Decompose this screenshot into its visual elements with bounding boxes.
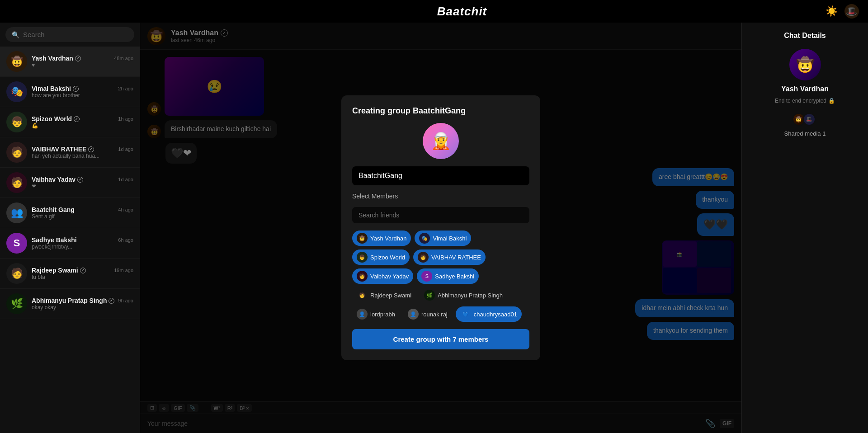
app-title: Baatchit xyxy=(437,5,487,19)
create-group-button[interactable]: Create group with 7 members xyxy=(352,329,529,349)
search-icon: 🔍 xyxy=(12,31,19,38)
main-layout: 🔍 🤠 Yash Vardhan ✓ 48m ago ♥ 🎭 Vimal Bak… xyxy=(0,23,868,433)
profile-icon[interactable]: 🎩 xyxy=(844,4,859,19)
chat-name: Baatchit Gang xyxy=(32,206,75,213)
member-chip[interactable]: 🧑Vaibhav Yadav xyxy=(352,268,413,284)
search-friends-input[interactable] xyxy=(352,207,529,223)
chat-time: 2h ago xyxy=(118,86,133,91)
modal-title: Creating group BaatchitGang xyxy=(352,106,529,116)
right-panel: Chat Details 🤠 Yash Vardhan End to end e… xyxy=(741,23,868,433)
member-name: Abhimanyu Pratap Singh xyxy=(438,292,503,299)
chat-name: Rajdeep Swami ✓ xyxy=(32,267,86,274)
chat-info: Vaibhav Yadav ✓ 1d ago ❤ xyxy=(32,176,133,189)
chat-info: Yash Vardhan ✓ 48m ago ♥ xyxy=(32,55,133,68)
chat-preview: Sent a gif xyxy=(32,213,133,220)
chat-item-baatchit-gang[interactable]: 👥 Baatchit Gang 4h ago Sent a gif xyxy=(0,198,140,228)
member-name: Rajdeep Swami xyxy=(370,292,411,299)
chat-preview: ❤ xyxy=(32,183,133,189)
chat-item-spizoo-world[interactable]: 👦 Spizoo World ✓ 1h ago 💪 xyxy=(0,107,140,137)
chat-name: Vimal Bakshi ✓ xyxy=(32,85,79,92)
panel-avatar: 🤠 xyxy=(789,49,821,80)
shared-avatars: 🤠 🎩 xyxy=(795,113,816,126)
shared-avatar-2: 🎩 xyxy=(803,113,816,126)
panel-encrypted: End to end encrypted 🔒 xyxy=(775,98,835,104)
chat-info: VAIBHAV RATHEE ✓ 1d ago han yeh actually… xyxy=(32,146,133,159)
lock-icon: 🔒 xyxy=(828,98,835,104)
nav-icons: ☀️ 🎩 xyxy=(825,4,859,19)
member-name: Spizoo World xyxy=(370,254,405,261)
chat-item-vaibhav-yadav[interactable]: 🧑 Vaibhav Yadav ✓ 1d ago ❤ xyxy=(0,168,140,198)
sidebar: 🔍 🤠 Yash Vardhan ✓ 48m ago ♥ 🎭 Vimal Bak… xyxy=(0,23,140,433)
chat-item-abhimanyu[interactable]: 🌿 Abhimanyu Pratap Singh ✓ 9h ago okay o… xyxy=(0,289,140,319)
member-name: Sadhye Bakshi xyxy=(435,273,474,280)
chat-info: Spizoo World ✓ 1h ago 💪 xyxy=(32,115,133,129)
modal-avatar-section: 🧝 xyxy=(352,123,529,159)
panel-title: Chat Details xyxy=(784,32,826,40)
member-name: Yash Vardhan xyxy=(370,235,406,242)
chat-info: Rajdeep Swami ✓ 19m ago tu bta xyxy=(32,267,133,280)
group-name-input[interactable] xyxy=(352,166,529,185)
search-input[interactable] xyxy=(23,31,128,38)
chat-item-rajdeep-swami[interactable]: 🧑 Rajdeep Swami ✓ 19m ago tu bta xyxy=(0,259,140,289)
members-grid: 🤠Yash Vardhan🎭Vimal Bakshi👦Spizoo World🧑… xyxy=(352,231,529,322)
chat-preview: okay okay xyxy=(32,304,133,311)
chat-name: VAIBHAV RATHEE ✓ xyxy=(32,146,94,153)
search-container: 🔍 xyxy=(0,23,140,47)
chat-time: 19m ago xyxy=(114,268,133,273)
chat-item-sadhye-bakshi[interactable]: S Sadhye Bakshi 6h ago pwoekejrnrbtvy... xyxy=(0,228,140,259)
member-chip[interactable]: SSadhye Bakshi xyxy=(417,268,479,284)
chat-info: Baatchit Gang 4h ago Sent a gif xyxy=(32,206,133,220)
chat-time: 1h ago xyxy=(118,116,133,122)
member-chip[interactable]: 🤠Yash Vardhan xyxy=(352,231,411,246)
chat-preview: han yeh actually bana hua... xyxy=(32,153,133,159)
chat-time: 1d ago xyxy=(118,177,133,182)
select-members-label: Select Members xyxy=(352,193,529,200)
chat-info: Abhimanyu Pratap Singh ✓ 9h ago okay oka… xyxy=(32,297,133,311)
member-chip[interactable]: 👤rounak raj xyxy=(403,306,452,322)
chat-time: 6h ago xyxy=(118,237,133,243)
chat-time: 1d ago xyxy=(118,146,133,152)
member-chip[interactable]: 🧑Rajdeep Swami xyxy=(352,287,416,303)
member-name: chaudhrysaad01 xyxy=(474,311,517,318)
chat-time: 9h ago xyxy=(118,298,133,303)
create-group-modal: Creating group BaatchitGang 🧝 Select Mem… xyxy=(341,95,540,360)
member-name: lordprabh xyxy=(370,311,395,318)
member-chip[interactable]: 👦Spizoo World xyxy=(352,249,410,265)
chat-name: Spizoo World ✓ xyxy=(32,115,80,122)
top-nav: Baatchit ☀️ 🎩 xyxy=(0,0,868,23)
member-name: Vimal Bakshi xyxy=(433,235,467,242)
chat-item-vaibhav-rathee[interactable]: 🧑 VAIBHAV RATHEE ✓ 1d ago han yeh actual… xyxy=(0,137,140,168)
chat-time: 4h ago xyxy=(118,207,133,212)
sun-icon[interactable]: ☀️ xyxy=(825,4,839,19)
chat-preview: how are you brother xyxy=(32,92,133,99)
chat-info: Sadhye Bakshi 6h ago pwoekejrnrbtvy... xyxy=(32,236,133,250)
member-name: rounak raj xyxy=(421,311,448,318)
chat-name: Sadhye Bakshi xyxy=(32,236,77,244)
chat-item-yash-vardhan[interactable]: 🤠 Yash Vardhan ✓ 48m ago ♥ xyxy=(0,47,140,77)
panel-name: Yash Vardhan xyxy=(781,85,829,93)
chat-list: 🤠 Yash Vardhan ✓ 48m ago ♥ 🎭 Vimal Baksh… xyxy=(0,47,140,433)
chat-area: 🤠 Yash Vardhan ✓ last seen 46m ago 🤠 😢 xyxy=(140,23,741,433)
member-name: Vaibhav Yadav xyxy=(370,273,409,280)
chat-name: Vaibhav Yadav ✓ xyxy=(32,176,83,183)
member-chip[interactable]: 👤lordprabh xyxy=(352,306,400,322)
member-chip[interactable]: 🧑VAIBHAV RATHEE xyxy=(413,249,486,265)
chat-preview: pwoekejrnrbtvy... xyxy=(32,244,133,250)
member-chip[interactable]: 💙chaudhrysaad01 xyxy=(456,306,522,322)
shared-media-label: Shared media 1 xyxy=(784,130,826,137)
member-chip[interactable]: 🌿Abhimanyu Pratap Singh xyxy=(420,287,507,303)
search-input-wrap: 🔍 xyxy=(5,27,134,42)
chat-preview: tu bta xyxy=(32,274,133,280)
group-avatar[interactable]: 🧝 xyxy=(423,123,459,159)
member-name: VAIBHAV RATHEE xyxy=(431,254,481,261)
chat-preview: ♥ xyxy=(32,62,133,68)
modal-overlay: Creating group BaatchitGang 🧝 Select Mem… xyxy=(140,23,741,433)
member-chip[interactable]: 🎭Vimal Bakshi xyxy=(415,231,471,246)
chat-name: Yash Vardhan ✓ xyxy=(32,55,81,62)
chat-time: 48m ago xyxy=(114,56,133,61)
chat-item-vimal-bakshi[interactable]: 🎭 Vimal Bakshi ✓ 2h ago how are you brot… xyxy=(0,77,140,107)
chat-name: Abhimanyu Pratap Singh ✓ xyxy=(32,297,114,304)
chat-preview: 💪 xyxy=(32,122,133,129)
chat-info: Vimal Bakshi ✓ 2h ago how are you brothe… xyxy=(32,85,133,99)
